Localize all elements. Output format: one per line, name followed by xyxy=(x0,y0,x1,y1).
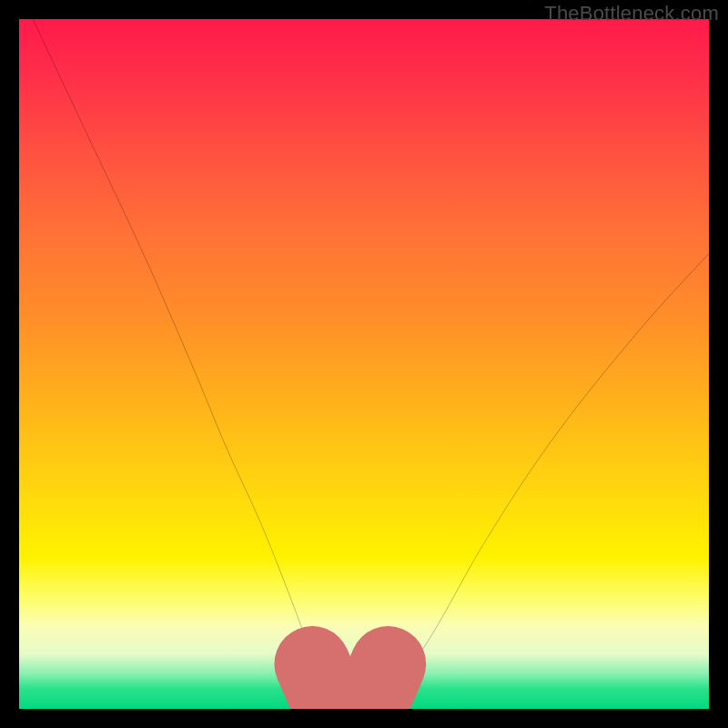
bottleneck-curve xyxy=(33,19,709,696)
optimal-range-marker xyxy=(312,664,388,695)
chart-svg xyxy=(19,19,709,709)
watermark-text: TheBottleneck.com xyxy=(544,2,719,25)
gradient-plot-area xyxy=(19,19,709,709)
